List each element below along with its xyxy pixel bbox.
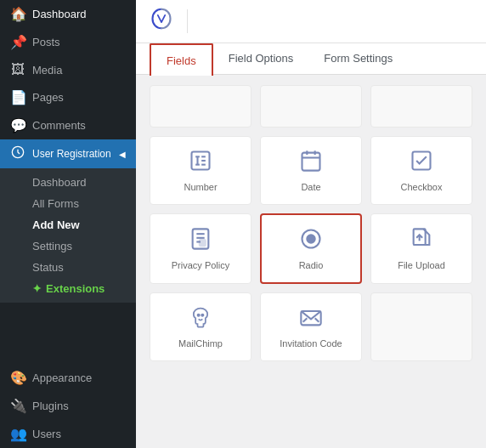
svg-point-22: [201, 315, 203, 316]
invitation-label: Invitation Code: [280, 338, 342, 349]
top-bar: [136, 0, 486, 43]
sidebar-sub-status[interactable]: Status: [0, 257, 136, 278]
checkbox-label: Checkbox: [401, 182, 443, 192]
sidebar-sub-all-forms[interactable]: All Forms: [0, 193, 136, 214]
sidebar-item-user-registration[interactable]: User Registration ◀: [0, 139, 136, 168]
sidebar-item-users[interactable]: 👥 Users: [0, 420, 136, 448]
sidebar-item-label: Media: [32, 64, 62, 77]
radio-label: Radio: [299, 260, 324, 270]
tabs-bar: Fields Field Options Form Settings: [136, 43, 486, 75]
field-card-empty2[interactable]: [260, 85, 362, 128]
invitation-icon: [299, 305, 323, 333]
sidebar-item-posts[interactable]: 📌 Posts: [0, 28, 136, 56]
field-card-date[interactable]: Date: [260, 136, 362, 205]
sidebar-item-plugins[interactable]: 🔌 Plugins: [0, 392, 136, 420]
users-icon: 👥: [10, 426, 25, 442]
sidebar-sub-add-new[interactable]: Add New: [0, 214, 136, 235]
sidebar-item-label: Comments: [32, 119, 86, 132]
sidebar-sub-settings[interactable]: Settings: [0, 235, 136, 257]
logo-icon: [150, 7, 173, 36]
svg-line-24: [303, 318, 308, 322]
privacy-icon: [189, 227, 212, 255]
field-card-invitation-code[interactable]: Invitation Code: [260, 292, 362, 361]
sidebar-sub-extensions[interactable]: ✦ Extensions: [0, 278, 136, 299]
mailchimp-icon: [189, 305, 212, 333]
field-card-empty1[interactable]: [150, 85, 251, 128]
date-label: Date: [301, 182, 320, 192]
sidebar-item-appearance[interactable]: 🎨 Appearance: [0, 364, 136, 392]
plugins-icon: 🔌: [10, 398, 25, 414]
date-icon: [299, 149, 323, 177]
sidebar-item-label: Appearance: [32, 371, 92, 384]
checkbox-icon: [410, 149, 433, 177]
field-card-empty4[interactable]: [370, 292, 472, 361]
sidebar-item-pages[interactable]: 📄 Pages: [0, 83, 136, 111]
svg-rect-7: [302, 153, 320, 171]
fields-grid: Number Date Checkbox: [136, 75, 486, 448]
comments-icon: 💬: [10, 117, 25, 133]
field-card-empty3[interactable]: [370, 85, 472, 128]
field-card-number[interactable]: Number: [150, 136, 251, 205]
mailchimp-label: MailChimp: [178, 338, 223, 349]
sidebar-item-dashboard[interactable]: 🏠 Dashboard: [0, 0, 136, 28]
field-card-mailchimp[interactable]: MailChimp: [150, 292, 251, 361]
svg-line-25: [315, 318, 319, 322]
field-card-radio[interactable]: Radio: [260, 213, 362, 284]
upload-icon: [410, 227, 433, 255]
field-card-checkbox[interactable]: Checkbox: [370, 136, 472, 205]
tab-fields[interactable]: Fields: [150, 43, 213, 76]
sidebar-bottom-nav: 🎨 Appearance 🔌 Plugins 👥 Users: [0, 364, 136, 448]
sidebar-item-label: Pages: [32, 91, 64, 104]
sidebar-sub-menu: Dashboard All Forms Add New Settings Sta…: [0, 168, 136, 303]
svg-rect-0: [192, 152, 210, 170]
posts-icon: 📌: [10, 34, 25, 50]
extensions-icon: ✦: [32, 282, 42, 295]
user-reg-icon: [10, 145, 25, 162]
sidebar-item-label: Users: [32, 428, 61, 440]
sidebar-sub-dashboard[interactable]: Dashboard: [0, 172, 136, 193]
field-card-file-upload[interactable]: File Upload: [370, 213, 472, 284]
field-card-privacy-policy[interactable]: Privacy Policy: [150, 213, 251, 284]
sidebar-item-label: User Registration: [32, 148, 111, 160]
sidebar-item-label: Plugins: [32, 400, 69, 412]
sidebar-item-media[interactable]: 🖼 Media: [0, 56, 136, 83]
sidebar-nav: 🏠 Dashboard 📌 Posts 🖼 Media 📄 Pages 💬 Co…: [0, 0, 136, 303]
privacy-label: Privacy Policy: [172, 260, 229, 270]
svg-point-18: [307, 235, 314, 242]
pages-icon: 📄: [10, 89, 25, 105]
tab-form-settings[interactable]: Form Settings: [308, 43, 408, 75]
sidebar-item-label: Dashboard: [32, 8, 87, 20]
sidebar-item-comments[interactable]: 💬 Comments: [0, 111, 136, 139]
divider: [187, 9, 188, 33]
number-icon: [189, 149, 212, 177]
arrow-icon: ◀: [119, 150, 126, 159]
svg-point-21: [198, 315, 200, 316]
sidebar-item-label: Posts: [32, 36, 60, 48]
appearance-icon: 🎨: [10, 370, 25, 386]
media-icon: 🖼: [10, 62, 25, 77]
svg-rect-16: [200, 240, 206, 246]
number-label: Number: [184, 182, 217, 192]
radio-icon: [299, 227, 323, 255]
sidebar: 🏠 Dashboard 📌 Posts 🖼 Media 📄 Pages 💬 Co…: [0, 0, 136, 448]
upload-label: File Upload: [398, 260, 445, 270]
extensions-label: Extensions: [46, 282, 105, 295]
main-content: Fields Field Options Form Settings: [136, 0, 486, 448]
tab-field-options[interactable]: Field Options: [213, 43, 309, 75]
dashboard-icon: 🏠: [10, 6, 25, 22]
